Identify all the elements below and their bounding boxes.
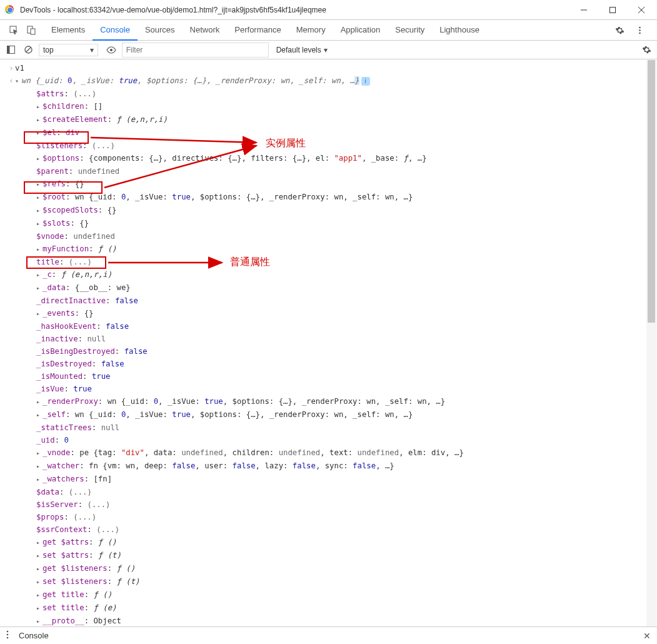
drawer-close-icon[interactable]: ✕ [643,631,651,641]
clear-console-icon[interactable] [21,46,35,54]
console-settings-icon[interactable] [639,45,653,54]
tab-console[interactable]: Console [93,20,138,41]
devtools-tabbar: Elements Console Sources Network Perform… [0,20,657,41]
object-property-title[interactable]: title: (...) [15,256,657,268]
expand-arrow-icon[interactable] [36,615,43,626]
info-badge-icon[interactable]: i [361,77,370,86]
object-property[interactable]: __proto__: Object [15,615,657,626]
object-property[interactable]: _c: ƒ (e,n,r,i) [15,268,657,281]
tab-performance[interactable]: Performance [227,20,288,40]
object-property[interactable]: _uid: 0 [15,434,657,446]
object-property[interactable]: _self: wn {_uid: 0, _isVue: true, $optio… [15,408,657,421]
live-expression-icon[interactable] [104,46,118,54]
expand-arrow-icon[interactable] [36,575,43,588]
expand-arrow-icon[interactable] [36,307,43,320]
drawer-label[interactable]: Console [19,631,49,640]
expand-arrow-icon[interactable] [36,281,43,294]
maximize-button[interactable] [598,1,627,19]
expand-arrow-icon[interactable] [36,217,43,230]
object-property[interactable]: _watchers: [fn] [15,473,657,486]
object-property[interactable]: $root: wn {_uid: 0, _isVue: true, $optio… [15,191,657,204]
expand-arrow-icon[interactable] [36,562,43,575]
object-property[interactable]: _staticTrees: null [15,421,657,434]
object-property[interactable]: $createElement: ƒ (e,n,r,i) [15,113,657,126]
object-property[interactable]: set title: ƒ (e) [15,601,657,615]
object-property[interactable]: $listeners: (...) [15,139,657,152]
expand-arrow-icon[interactable] [36,536,43,549]
expand-arrow-icon[interactable] [36,126,43,139]
console-line[interactable]: v1 [15,62,657,74]
filter-input[interactable] [122,43,269,58]
object-property[interactable]: $options: {components: {…}, directives: … [15,152,657,165]
object-property[interactable]: $data: (...) [15,486,657,498]
expand-arrow-icon[interactable] [36,100,43,113]
object-property[interactable]: get $listeners: ƒ () [15,562,657,575]
expand-arrow-icon[interactable] [36,549,43,562]
expand-arrow-icon[interactable] [36,588,43,601]
object-property[interactable]: _events: {} [15,307,657,320]
svg-rect-11 [7,46,9,54]
expand-arrow-icon[interactable] [36,178,43,191]
expand-arrow-icon[interactable] [36,446,43,460]
drawer-more-icon[interactable] [6,630,19,641]
tab-network[interactable]: Network [183,20,228,40]
minimize-button[interactable] [569,1,598,19]
object-property[interactable]: _inactive: null [15,333,657,345]
console-sidebar-toggle-icon[interactable] [4,46,18,54]
expand-arrow-icon[interactable] [36,408,43,421]
close-button[interactable] [627,1,656,19]
tab-security[interactable]: Security [388,20,432,40]
expand-arrow-icon[interactable] [36,268,43,281]
object-property[interactable]: $children: [] [15,100,657,113]
more-icon[interactable] [631,26,648,35]
object-property[interactable]: _data: {__ob__: we} [15,281,657,294]
object-property[interactable]: $parent: undefined [15,165,657,178]
object-property[interactable]: _vnode: pe {tag: "div", data: undefined,… [15,446,657,460]
object-property-el[interactable]: $el: div [15,126,657,139]
object-property[interactable]: _isBeingDestroyed: false [15,345,657,358]
expand-arrow-icon[interactable] [36,601,43,615]
object-property[interactable]: set $listeners: ƒ (t) [15,575,657,588]
console-line[interactable]: wn {_uid: 0, _isVue: true, $options: {…}… [15,74,657,88]
expand-arrow-icon[interactable] [36,395,43,408]
object-property[interactable]: get $attrs: ƒ () [15,536,657,549]
tab-sources[interactable]: Sources [138,20,183,40]
object-property[interactable]: _directInactive: false [15,294,657,307]
object-property[interactable]: $attrs: (...) [15,88,657,100]
tab-application[interactable]: Application [333,20,388,40]
object-property[interactable]: myFunction: ƒ () [15,243,657,256]
object-property[interactable]: $props: (...) [15,511,657,523]
log-level-selector[interactable]: Default levels▾ [273,44,331,56]
context-selector[interactable]: top [39,44,98,56]
expand-arrow-icon[interactable] [15,74,21,88]
object-property[interactable]: $vnode: undefined [15,230,657,243]
expand-arrow-icon[interactable] [36,113,43,126]
tab-elements[interactable]: Elements [44,20,93,40]
expand-arrow-icon[interactable] [36,204,43,217]
device-toggle-icon[interactable] [23,26,40,35]
object-property[interactable]: $scopedSlots: {} [15,204,657,217]
object-property[interactable]: _renderProxy: wn {_uid: 0, _isVue: true,… [15,395,657,408]
expand-arrow-icon[interactable] [36,473,43,486]
object-property[interactable]: _isMounted: true [15,370,657,383]
expand-arrow-icon[interactable] [36,191,43,204]
object-property-refs[interactable]: $refs: {} [15,178,657,191]
tab-lighthouse[interactable]: Lighthouse [432,20,487,40]
object-property[interactable]: _watcher: fn {vm: wn, deep: false, user:… [15,460,657,473]
object-property[interactable]: $isServer: (...) [15,498,657,511]
object-property[interactable]: _isDestroyed: false [15,358,657,370]
settings-icon[interactable] [611,26,628,35]
object-property[interactable]: $ssrContext: (...) [15,523,657,536]
object-property[interactable]: _hasHookEvent: false [15,320,657,333]
drawer-bar[interactable]: Console ✕ [0,626,657,644]
expand-arrow-icon[interactable] [36,460,43,473]
object-property[interactable]: $slots: {} [15,217,657,230]
object-property[interactable]: _isVue: true [15,383,657,395]
expand-arrow-icon[interactable] [36,152,43,165]
object-property[interactable]: get title: ƒ () [15,588,657,601]
object-property[interactable]: set $attrs: ƒ (t) [15,549,657,562]
tab-memory[interactable]: Memory [289,20,333,40]
window-titlebar: DevTools - localhost:63342/vue-demo/vue-… [0,0,657,20]
inspect-icon[interactable] [5,26,23,35]
expand-arrow-icon[interactable] [36,243,43,256]
